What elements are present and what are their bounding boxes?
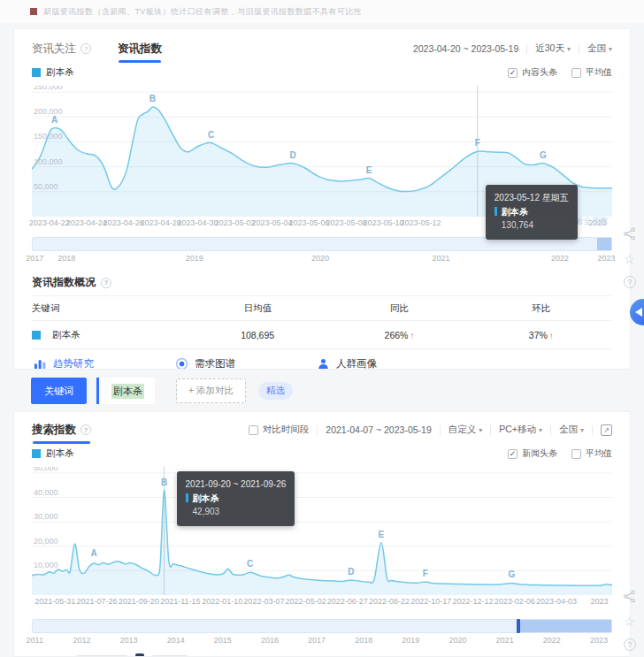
x-tick: 2023-05-08 — [326, 218, 367, 227]
help-icon[interactable] — [624, 276, 636, 288]
x-tick: 2023-05-06 — [289, 218, 330, 227]
svg-text:C: C — [247, 559, 253, 569]
feedback-floating-button[interactable] — [630, 299, 644, 325]
overview-section-title: 资讯指数概况 — [32, 270, 612, 296]
chart-action-icons: ☆ — [622, 589, 637, 651]
x-tick: 2023-04-24 — [66, 218, 107, 227]
svg-text:D: D — [348, 567, 354, 577]
custom-range-select[interactable]: 自定义 — [448, 424, 483, 436]
search-index-card: 搜索指数 对比时间段 2021-04-07 ~ 2023-05-19 自定义 P… — [13, 411, 631, 657]
tooltip-keyword: 剧本杀 — [193, 492, 219, 506]
tooltip-keyword: 剧本杀 — [502, 205, 528, 219]
nav-trend-research[interactable]: 趋势研究 — [34, 357, 94, 371]
nav-demand-graph[interactable]: 需求图谱 — [175, 357, 235, 371]
help-icon[interactable] — [624, 638, 636, 651]
svg-text:200,000: 200,000 — [34, 107, 63, 116]
x-tick: 2022-01-10 — [202, 597, 242, 606]
svg-text:A: A — [51, 115, 58, 125]
share-icon[interactable] — [622, 226, 637, 241]
svg-text:50,000: 50,000 — [34, 467, 58, 472]
info-icon[interactable] — [80, 43, 91, 54]
export-icon[interactable] — [601, 424, 612, 436]
keyword-button[interactable]: 关键词 — [31, 378, 87, 404]
share-icon[interactable] — [622, 589, 637, 604]
news-chart-tooltip: 2023-05-12 星期五 剧本杀 130,764 — [486, 185, 578, 240]
news-chart[interactable]: 50,000100,000150,000200,000250,000ABCDEF… — [32, 86, 612, 230]
tab-search-index[interactable]: 搜索指数 — [32, 423, 91, 438]
bar-chart-icon — [34, 357, 47, 371]
checkbox-unchecked-icon — [571, 449, 581, 459]
headline-toggle[interactable]: 内容头条 — [508, 66, 557, 79]
tab-news-index-label: 资讯指数 — [118, 42, 162, 57]
x-tick: 2023-05-12 — [400, 218, 441, 227]
tab-news-attention[interactable]: 资讯关注 — [32, 42, 91, 57]
star-icon[interactable]: ☆ — [622, 251, 637, 266]
timeline-year: 2020 — [311, 254, 329, 263]
timeline-year: 2019 — [402, 636, 419, 645]
search-chart-canvas[interactable]: 10,00020,00030,00040,00050,000ABCDEFG — [32, 467, 612, 595]
timeline-year: 2016 — [261, 636, 279, 645]
device-select[interactable]: PC+移动 — [499, 424, 542, 436]
timeline-year: 2018 — [58, 254, 75, 263]
search-chart[interactable]: 10,00020,00030,00040,00050,000ABCDEFG 20… — [32, 467, 612, 608]
keyword-divider — [96, 378, 99, 404]
checkbox-unchecked-icon — [249, 425, 258, 435]
timeline-year: 2021 — [432, 254, 449, 263]
tab-news-index[interactable]: 资讯指数 — [118, 42, 162, 57]
divider — [579, 44, 579, 54]
news-timeline-years: 2017201820192020202120222023 — [32, 254, 612, 264]
timeline-year: 2011 — [27, 636, 43, 645]
timeline-selected-range[interactable] — [597, 238, 611, 250]
timeline-year: 2022 — [543, 636, 561, 645]
featured-pill[interactable]: 精选 — [258, 382, 293, 400]
checkbox-checked-icon — [508, 449, 518, 459]
average-toggle-label: 平均值 — [586, 447, 612, 460]
region-select[interactable]: 全国 — [559, 424, 584, 436]
row-keyword: 剧本杀 — [52, 329, 80, 341]
timeline-year: 2020 — [448, 636, 466, 645]
headline-toggle[interactable]: 新闻头条 — [508, 447, 557, 460]
info-icon[interactable] — [101, 278, 111, 288]
nav-crowd-portrait[interactable]: 人群画像 — [317, 357, 377, 371]
average-toggle[interactable]: 平均值 — [571, 66, 612, 79]
add-compare-button[interactable]: + 添加对比 — [176, 378, 246, 403]
checkbox-checked-icon — [508, 68, 518, 78]
overview-header-row: 关键词 日均值 同比 环比 — [32, 296, 612, 321]
timeline-year: 2018 — [355, 636, 372, 645]
tooltip-value: 42,903 — [186, 505, 287, 519]
tooltip-value: 130,764 — [494, 218, 569, 233]
star-icon[interactable]: ☆ — [622, 614, 637, 629]
news-tab-row: 资讯关注 资讯指数 2023-04-20 ~ 2023-05-19 近30天 全… — [32, 29, 612, 57]
keyword-tag[interactable]: 剧本杀 — [111, 384, 144, 399]
timeline-year: 2014 — [167, 636, 185, 645]
timeline-handle[interactable] — [517, 619, 520, 633]
tab-news-attention-label: 资讯关注 — [32, 42, 76, 57]
up-arrow-icon: ↑ — [410, 331, 414, 340]
col-keyword: 关键词 — [32, 302, 187, 315]
timeline-year: 2015 — [214, 636, 232, 645]
series-color-swatch — [32, 331, 41, 340]
svg-text:F: F — [475, 138, 480, 148]
x-tick: 2022-06-27 — [327, 597, 368, 606]
info-icon[interactable] — [80, 424, 91, 435]
news-controls: 2023-04-20 ~ 2023-05-19 近30天 全国 — [413, 42, 612, 55]
timeline-selected-range[interactable] — [518, 620, 611, 632]
search-timeline-slider[interactable] — [32, 619, 612, 633]
compare-period-toggle[interactable]: 对比时间段 — [249, 424, 310, 436]
search-chart-x-axis: 2021-05-312021-07-262021-09-202021-11-15… — [32, 597, 612, 608]
svg-text:A: A — [91, 548, 97, 558]
keyword-bar: 关键词 剧本杀 + 添加对比 精选 — [31, 378, 293, 404]
x-tick: 2022-03-07 — [243, 597, 284, 606]
svg-text:E: E — [366, 165, 372, 175]
region-select[interactable]: 全国 — [587, 42, 612, 55]
svg-text:20,000: 20,000 — [34, 537, 58, 546]
tooltip-series-marker — [186, 493, 188, 502]
x-tick: 2023-04-26 — [104, 218, 144, 227]
average-toggle[interactable]: 平均值 — [571, 447, 612, 460]
col-daily-average: 日均值 — [187, 302, 328, 315]
divider — [317, 425, 318, 435]
divider — [440, 425, 441, 435]
keyword-box[interactable]: 剧本杀 — [101, 378, 155, 404]
range-select[interactable]: 近30天 — [535, 42, 571, 55]
up-arrow-icon: ↑ — [549, 331, 554, 340]
